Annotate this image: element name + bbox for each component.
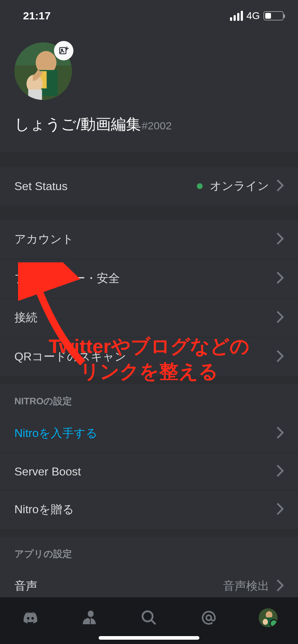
nav-friends-icon[interactable] bbox=[78, 607, 100, 629]
nav-profile-avatar[interactable] bbox=[257, 607, 279, 629]
bottom-nav bbox=[0, 597, 298, 644]
chevron-right-icon bbox=[276, 233, 284, 246]
svg-point-11 bbox=[143, 611, 153, 621]
discriminator: #2002 bbox=[142, 120, 172, 132]
app-section-title: アプリの設定 bbox=[0, 537, 298, 567]
app-section: 音声 音声検出 bbox=[0, 567, 298, 597]
svg-rect-6 bbox=[28, 89, 42, 100]
chevron-right-icon bbox=[276, 465, 284, 478]
privacy-row[interactable]: プライバシー・安全 bbox=[0, 259, 298, 298]
row-label: 接続 bbox=[14, 310, 37, 326]
row-label: アカウント bbox=[14, 231, 74, 247]
row-value: 音声検出 bbox=[223, 578, 269, 594]
nav-mentions-icon[interactable] bbox=[198, 607, 220, 629]
battery-icon bbox=[263, 11, 284, 20]
chevron-right-icon bbox=[276, 427, 284, 440]
chevron-right-icon bbox=[276, 350, 284, 364]
profile-header: しょうご/動画編集 #2002 bbox=[0, 32, 298, 152]
status-bar: 21:17 4G bbox=[0, 0, 298, 32]
username-row: しょうご/動画編集 #2002 bbox=[14, 114, 284, 134]
account-row[interactable]: アカウント bbox=[0, 220, 298, 259]
row-label: プライバシー・安全 bbox=[14, 271, 120, 286]
gift-nitro-row[interactable]: Nitroを贈る bbox=[0, 490, 298, 529]
chevron-right-icon bbox=[276, 311, 284, 325]
chevron-right-icon bbox=[276, 503, 284, 516]
set-status-row[interactable]: Set Status オンライン bbox=[0, 167, 298, 206]
row-label: Server Boost bbox=[14, 465, 81, 478]
status-right: 4G bbox=[230, 10, 284, 22]
get-nitro-row[interactable]: Nitroを入手する bbox=[0, 414, 298, 453]
signal-icon bbox=[230, 11, 243, 21]
nitro-section-title: NITROの設定 bbox=[0, 384, 298, 414]
row-label: Nitroを入手する bbox=[14, 426, 98, 441]
online-status-icon bbox=[197, 183, 203, 189]
svg-line-12 bbox=[152, 620, 155, 624]
svg-point-17 bbox=[263, 619, 268, 625]
set-status-label: Set Status bbox=[14, 180, 68, 193]
row-label: 音声 bbox=[14, 578, 37, 594]
server-boost-row[interactable]: Server Boost bbox=[0, 453, 298, 490]
avatar-wrap[interactable] bbox=[14, 42, 72, 100]
username: しょうご/動画編集 bbox=[14, 114, 141, 134]
set-status-value: オンライン bbox=[210, 178, 269, 194]
qr-scan-row[interactable]: QRコードのスキャン bbox=[0, 337, 298, 376]
chevron-right-icon bbox=[276, 179, 284, 193]
status-time: 21:17 bbox=[23, 10, 51, 22]
row-label: Nitroを贈る bbox=[14, 502, 74, 518]
nav-discord-icon[interactable] bbox=[19, 607, 41, 629]
nav-search-icon[interactable] bbox=[138, 607, 160, 629]
home-indicator[interactable] bbox=[99, 636, 199, 640]
connections-row[interactable]: 接続 bbox=[0, 298, 298, 337]
account-section: アカウント プライバシー・安全 接続 QRコードのスキャン bbox=[0, 220, 298, 376]
nitro-section: Nitroを入手する Server Boost Nitroを贈る bbox=[0, 414, 298, 529]
voice-row[interactable]: 音声 音声検出 bbox=[0, 567, 298, 597]
network-label: 4G bbox=[247, 10, 260, 22]
chevron-right-icon bbox=[276, 579, 284, 593]
chevron-right-icon bbox=[276, 272, 284, 285]
upload-image-icon[interactable] bbox=[54, 41, 73, 60]
row-label: QRコードのスキャン bbox=[14, 349, 126, 365]
